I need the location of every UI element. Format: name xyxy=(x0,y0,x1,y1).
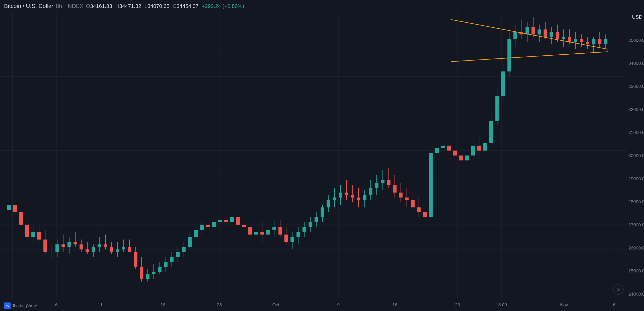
high-value: 34471.32 xyxy=(119,3,141,9)
open-label: O34161.83 xyxy=(86,3,112,9)
price-25000: 25000.00 xyxy=(628,268,642,274)
time-label-18: 18 xyxy=(160,302,165,308)
timeframe: 8h, xyxy=(56,3,64,9)
price-32000: 32000.00 xyxy=(628,107,642,112)
price-26000: 26000.00 xyxy=(628,246,642,251)
price-27000: 27000.00 xyxy=(628,222,642,228)
time-label-1600: 16:00 xyxy=(496,302,507,308)
currency-label: USD xyxy=(628,14,642,20)
chart-container: Bitcoin / U.S. Dollar 8h, INDEX O34161.8… xyxy=(0,0,644,311)
low-value: 34070.65 xyxy=(148,3,170,9)
time-label-Nov: Nov xyxy=(560,302,568,308)
close-label: C34454.07 xyxy=(173,3,198,9)
time-label-6: 6 xyxy=(613,302,615,308)
close-value: 34454.07 xyxy=(176,3,198,9)
refresh-button[interactable]: ⟳ xyxy=(613,284,624,295)
time-label-9: 9 xyxy=(337,302,340,308)
price-change: +292.24 (+0.86%) xyxy=(202,3,244,9)
low-label: L34070.65 xyxy=(144,3,170,9)
price-30000: 30000.00 xyxy=(628,153,642,158)
candlestick-chart[interactable] xyxy=(0,12,627,299)
time-axis: Sep6111825Oct9162316:00Nov6 xyxy=(0,299,627,311)
open-value: 34161.83 xyxy=(90,3,112,9)
price-29000: 29000.00 xyxy=(628,176,642,182)
price-28000: 28000.00 xyxy=(628,199,642,204)
time-label-23: 23 xyxy=(455,302,460,308)
price-31000: 31000.00 xyxy=(628,130,642,135)
header-text: Bitcoin / U.S. Dollar 8h, INDEX O34161.8… xyxy=(4,3,244,9)
tv-icon xyxy=(4,303,10,309)
tradingview-logo: TradingView xyxy=(4,303,37,309)
price-34000: 34000.00 xyxy=(628,61,642,66)
price-35000: 35000.00 xyxy=(628,38,642,43)
price-axis: USD 35000.00 34000.00 33000.00 32000.00 … xyxy=(627,12,644,299)
time-label-6: 6 xyxy=(55,302,58,308)
high-label: H34471.32 xyxy=(116,3,141,9)
index-label: INDEX xyxy=(66,3,84,9)
time-label-11: 11 xyxy=(98,302,102,308)
chart-area xyxy=(0,12,627,299)
price-24000: 24000.00 xyxy=(628,292,642,297)
tradingview-label: TradingView xyxy=(12,303,37,308)
ohlc-values: O34161.83 H34471.32 L34070.65 C34454.07 … xyxy=(86,3,244,9)
chart-header: Bitcoin / U.S. Dollar 8h, INDEX O34161.8… xyxy=(0,0,644,12)
price-33000: 33000.00 xyxy=(628,84,642,89)
time-label-Oct: Oct xyxy=(272,302,279,308)
time-label-25: 25 xyxy=(217,302,222,308)
trading-pair: Bitcoin / U.S. Dollar xyxy=(4,3,54,9)
time-label-16: 16 xyxy=(392,302,397,308)
